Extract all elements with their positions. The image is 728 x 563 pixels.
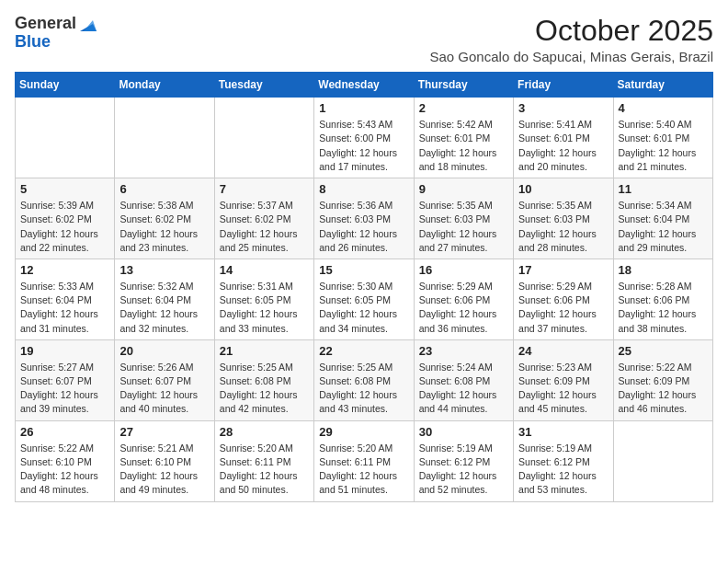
day-number: 3 <box>518 101 608 115</box>
calendar-cell: 19Sunrise: 5:27 AM Sunset: 6:07 PM Dayli… <box>16 339 115 420</box>
day-info: Sunrise: 5:33 AM Sunset: 6:04 PM Dayligh… <box>20 280 109 336</box>
calendar-cell: 30Sunrise: 5:19 AM Sunset: 6:12 PM Dayli… <box>414 420 513 501</box>
calendar-cell: 7Sunrise: 5:37 AM Sunset: 6:02 PM Daylig… <box>214 178 313 259</box>
day-number: 30 <box>419 425 508 439</box>
header-saturday: Saturday <box>613 73 712 98</box>
day-number: 13 <box>119 263 209 277</box>
day-number: 29 <box>319 425 408 439</box>
day-number: 11 <box>619 182 708 196</box>
day-info: Sunrise: 5:31 AM Sunset: 6:05 PM Dayligh… <box>220 280 309 336</box>
calendar-cell: 14Sunrise: 5:31 AM Sunset: 6:05 PM Dayli… <box>214 259 313 339</box>
calendar-cell: 11Sunrise: 5:34 AM Sunset: 6:04 PM Dayli… <box>613 178 712 259</box>
calendar-cell: 31Sunrise: 5:19 AM Sunset: 6:12 PM Dayli… <box>514 420 613 501</box>
day-number: 21 <box>220 344 309 358</box>
calendar-cell: 15Sunrise: 5:30 AM Sunset: 6:05 PM Dayli… <box>314 259 414 339</box>
header-thursday: Thursday <box>414 73 513 98</box>
day-number: 14 <box>220 263 309 277</box>
day-info: Sunrise: 5:20 AM Sunset: 6:11 PM Dayligh… <box>319 442 408 498</box>
logo-general-text: General <box>15 14 76 32</box>
day-info: Sunrise: 5:32 AM Sunset: 6:04 PM Dayligh… <box>119 280 209 336</box>
calendar-cell: 5Sunrise: 5:39 AM Sunset: 6:02 PM Daylig… <box>16 178 115 259</box>
day-number: 20 <box>119 344 209 358</box>
calendar-cell: 13Sunrise: 5:32 AM Sunset: 6:04 PM Dayli… <box>115 259 214 339</box>
calendar-cell: 6Sunrise: 5:38 AM Sunset: 6:02 PM Daylig… <box>115 178 214 259</box>
day-info: Sunrise: 5:22 AM Sunset: 6:09 PM Dayligh… <box>619 361 708 417</box>
day-number: 17 <box>518 263 608 277</box>
day-info: Sunrise: 5:22 AM Sunset: 6:10 PM Dayligh… <box>20 442 109 498</box>
header-wednesday: Wednesday <box>314 73 414 98</box>
day-info: Sunrise: 5:43 AM Sunset: 6:00 PM Dayligh… <box>319 118 408 174</box>
logo: General Blue <box>15 15 97 52</box>
day-number: 25 <box>619 344 708 358</box>
calendar-week-row: 19Sunrise: 5:27 AM Sunset: 6:07 PM Dayli… <box>16 339 713 420</box>
calendar-week-row: 5Sunrise: 5:39 AM Sunset: 6:02 PM Daylig… <box>16 178 713 259</box>
day-info: Sunrise: 5:40 AM Sunset: 6:01 PM Dayligh… <box>619 118 708 174</box>
day-info: Sunrise: 5:29 AM Sunset: 6:06 PM Dayligh… <box>518 280 608 336</box>
calendar-cell: 21Sunrise: 5:25 AM Sunset: 6:08 PM Dayli… <box>214 339 313 420</box>
day-info: Sunrise: 5:41 AM Sunset: 6:01 PM Dayligh… <box>518 118 608 174</box>
calendar-header-row: SundayMondayTuesdayWednesdayThursdayFrid… <box>16 73 713 98</box>
day-number: 10 <box>518 182 608 196</box>
day-number: 2 <box>419 101 508 115</box>
day-number: 1 <box>319 101 408 115</box>
day-info: Sunrise: 5:19 AM Sunset: 6:12 PM Dayligh… <box>419 442 508 498</box>
day-number: 8 <box>319 182 408 196</box>
day-number: 28 <box>220 425 309 439</box>
day-info: Sunrise: 5:24 AM Sunset: 6:08 PM Dayligh… <box>419 361 508 417</box>
calendar-cell: 25Sunrise: 5:22 AM Sunset: 6:09 PM Dayli… <box>613 339 712 420</box>
day-number: 27 <box>119 425 209 439</box>
calendar-cell: 17Sunrise: 5:29 AM Sunset: 6:06 PM Dayli… <box>514 259 613 339</box>
day-info: Sunrise: 5:30 AM Sunset: 6:05 PM Dayligh… <box>319 280 408 336</box>
header-sunday: Sunday <box>16 73 115 98</box>
day-number: 31 <box>518 425 608 439</box>
day-info: Sunrise: 5:37 AM Sunset: 6:02 PM Dayligh… <box>220 199 309 255</box>
logo-arrow-icon <box>76 15 97 33</box>
calendar-week-row: 12Sunrise: 5:33 AM Sunset: 6:04 PM Dayli… <box>16 259 713 339</box>
calendar-cell: 16Sunrise: 5:29 AM Sunset: 6:06 PM Dayli… <box>414 259 513 339</box>
logo-blue-text: Blue <box>15 33 51 52</box>
day-info: Sunrise: 5:25 AM Sunset: 6:08 PM Dayligh… <box>220 361 309 417</box>
day-info: Sunrise: 5:35 AM Sunset: 6:03 PM Dayligh… <box>419 199 508 255</box>
day-info: Sunrise: 5:20 AM Sunset: 6:11 PM Dayligh… <box>220 442 309 498</box>
day-number: 7 <box>220 182 309 196</box>
calendar-cell: 20Sunrise: 5:26 AM Sunset: 6:07 PM Dayli… <box>115 339 214 420</box>
calendar-cell: 18Sunrise: 5:28 AM Sunset: 6:06 PM Dayli… <box>613 259 712 339</box>
day-number: 22 <box>319 344 408 358</box>
calendar-cell: 28Sunrise: 5:20 AM Sunset: 6:11 PM Dayli… <box>214 420 313 501</box>
calendar-cell: 12Sunrise: 5:33 AM Sunset: 6:04 PM Dayli… <box>16 259 115 339</box>
header-friday: Friday <box>514 73 613 98</box>
day-number: 23 <box>419 344 508 358</box>
day-number: 5 <box>20 182 109 196</box>
calendar-cell: 3Sunrise: 5:41 AM Sunset: 6:01 PM Daylig… <box>514 98 613 178</box>
calendar-cell <box>613 420 712 501</box>
day-number: 15 <box>319 263 408 277</box>
calendar-cell <box>214 98 313 178</box>
calendar-cell: 22Sunrise: 5:25 AM Sunset: 6:08 PM Dayli… <box>314 339 414 420</box>
calendar-cell: 10Sunrise: 5:35 AM Sunset: 6:03 PM Dayli… <box>514 178 613 259</box>
header-monday: Monday <box>115 73 214 98</box>
day-number: 9 <box>419 182 508 196</box>
day-info: Sunrise: 5:36 AM Sunset: 6:03 PM Dayligh… <box>319 199 408 255</box>
day-info: Sunrise: 5:38 AM Sunset: 6:02 PM Dayligh… <box>119 199 209 255</box>
day-info: Sunrise: 5:42 AM Sunset: 6:01 PM Dayligh… <box>419 118 508 174</box>
calendar-table: SundayMondayTuesdayWednesdayThursdayFrid… <box>15 72 713 501</box>
day-info: Sunrise: 5:21 AM Sunset: 6:10 PM Dayligh… <box>119 442 209 498</box>
title-block: October 2025 Sao Goncalo do Sapucai, Min… <box>430 15 714 64</box>
svg-marker-1 <box>84 20 97 31</box>
day-number: 26 <box>20 425 109 439</box>
calendar-cell: 4Sunrise: 5:40 AM Sunset: 6:01 PM Daylig… <box>613 98 712 178</box>
day-number: 24 <box>518 344 608 358</box>
calendar-week-row: 1Sunrise: 5:43 AM Sunset: 6:00 PM Daylig… <box>16 98 713 178</box>
day-number: 19 <box>20 344 109 358</box>
page-header: General Blue October 2025 Sao Goncalo do… <box>15 15 713 64</box>
day-info: Sunrise: 5:25 AM Sunset: 6:08 PM Dayligh… <box>319 361 408 417</box>
calendar-cell <box>16 98 115 178</box>
calendar-cell: 24Sunrise: 5:23 AM Sunset: 6:09 PM Dayli… <box>514 339 613 420</box>
day-info: Sunrise: 5:35 AM Sunset: 6:03 PM Dayligh… <box>518 199 608 255</box>
day-info: Sunrise: 5:28 AM Sunset: 6:06 PM Dayligh… <box>619 280 708 336</box>
header-tuesday: Tuesday <box>214 73 313 98</box>
day-number: 6 <box>119 182 209 196</box>
day-number: 4 <box>619 101 708 115</box>
calendar-cell: 27Sunrise: 5:21 AM Sunset: 6:10 PM Dayli… <box>115 420 214 501</box>
calendar-cell: 26Sunrise: 5:22 AM Sunset: 6:10 PM Dayli… <box>16 420 115 501</box>
